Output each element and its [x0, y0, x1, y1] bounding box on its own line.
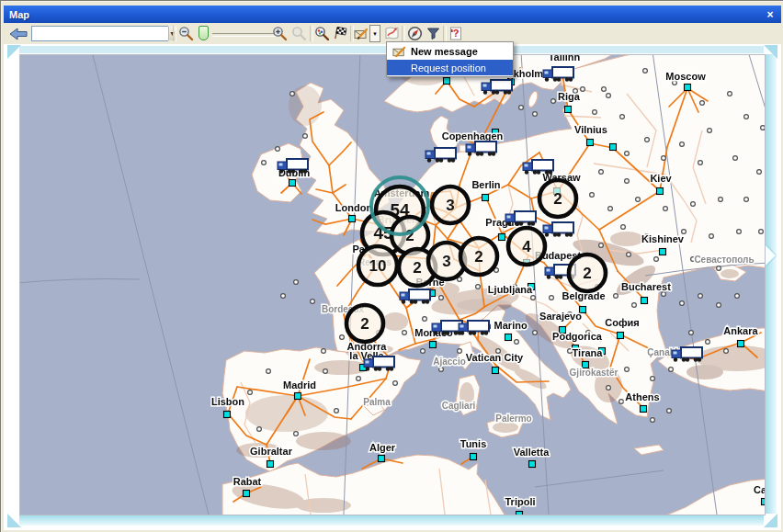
town-dot: [533, 331, 538, 335]
city-label: Tallinn: [549, 55, 581, 62]
city-marker: [762, 499, 766, 505]
town-dot: [257, 427, 262, 432]
close-button[interactable]: ×: [762, 7, 778, 21]
town-dot: [621, 225, 626, 230]
compass-button[interactable]: [405, 25, 424, 42]
cluster-marker[interactable]: 2: [346, 305, 383, 342]
city-marker: [379, 456, 385, 462]
cluster-marker[interactable]: 3: [432, 187, 469, 223]
cluster-marker[interactable]: 2: [460, 238, 497, 275]
city-marker: [493, 368, 499, 374]
city-marker: [610, 144, 617, 151]
city-marker: [482, 195, 489, 201]
zoom-in-button[interactable]: [270, 25, 289, 42]
town-dot: [717, 266, 721, 271]
city-marker: [289, 180, 296, 187]
city-marker: [430, 342, 437, 348]
town-dot: [294, 280, 299, 285]
town-dot: [724, 349, 729, 354]
cluster-count: 2: [583, 265, 591, 282]
filter-funnel-icon: [426, 26, 441, 41]
cluster-marker[interactable]: 2: [569, 255, 606, 291]
new-message-dropdown-button[interactable]: ▼: [369, 25, 380, 42]
zoom-selection-button[interactable]: [312, 25, 331, 42]
city-label: Ca: [754, 484, 765, 495]
town-dot: [689, 331, 694, 335]
goto-destination-button[interactable]: [331, 25, 349, 42]
title-bar: Map ×: [4, 6, 781, 23]
map-panel: MoscowTallinnRigaVilniusKievWarsawKishin…: [4, 44, 781, 530]
zoom-in-icon: [272, 26, 288, 41]
town-dot: [439, 296, 444, 300]
cluster-count: 2: [360, 315, 369, 333]
city-label: Cagliari: [442, 401, 476, 411]
town-dot: [625, 179, 630, 184]
zoom-selection-icon: [314, 26, 330, 41]
city-marker: [685, 85, 691, 91]
map-corner-pan-control[interactable]: [764, 514, 777, 527]
cluster-marker[interactable]: 2: [539, 180, 576, 217]
town-dot: [662, 292, 666, 297]
cluster-marker[interactable]: 4: [508, 228, 545, 265]
town-dot: [421, 349, 426, 354]
town-dot: [531, 296, 536, 300]
europe-map[interactable]: MoscowTallinnRigaVilniusKievWarsawKishin…: [20, 55, 765, 515]
map-viewport[interactable]: MoscowTallinnRigaVilniusKievWarsawKishin…: [19, 54, 766, 515]
menu-item-request-position[interactable]: Request position: [387, 60, 513, 75]
city-marker: [471, 454, 477, 460]
city-marker: [244, 491, 250, 497]
town-dot: [262, 161, 267, 165]
city-marker: [618, 333, 624, 339]
cluster-count: 2: [413, 259, 421, 277]
city-label: Rabat: [233, 476, 262, 487]
town-dot: [607, 386, 611, 391]
new-message-button[interactable]: [353, 25, 369, 42]
filter-button[interactable]: [424, 25, 442, 42]
map-corner-pan-control[interactable]: [7, 514, 21, 527]
route-button[interactable]: [382, 25, 401, 42]
city-marker: [657, 188, 664, 195]
town-dot: [311, 300, 315, 304]
zoom-out-button[interactable]: [176, 25, 195, 42]
town-dot: [614, 294, 618, 299]
address-combobox[interactable]: ▼: [31, 26, 168, 41]
map-edge-pan-strip-right: [765, 54, 777, 514]
town-dot: [643, 69, 648, 74]
town-dot: [664, 207, 668, 211]
checkered-flag-icon: [333, 26, 348, 41]
town-dot: [599, 170, 604, 175]
map-corner-pan-control[interactable]: [764, 45, 777, 59]
menu-item-new-message[interactable]: New message: [387, 43, 513, 60]
city-marker: [641, 406, 647, 413]
help-button[interactable]: ?: [447, 25, 465, 42]
town-dot: [662, 156, 666, 161]
town-dot: [667, 409, 672, 413]
back-button[interactable]: [7, 25, 29, 42]
combobox-input[interactable]: [32, 27, 168, 40]
zoom-slider-track[interactable]: [212, 33, 278, 37]
menu-item-label: Request position: [411, 62, 486, 74]
town-dot: [625, 152, 630, 156]
map-edge-pan-strip-bottom: [19, 515, 764, 526]
town-dot: [744, 198, 749, 202]
town-dot: [680, 301, 685, 306]
city-label: Tirana: [573, 347, 604, 358]
cluster-marker[interactable]: 10: [358, 246, 397, 285]
city-label: Kiev: [650, 173, 672, 184]
town-dot: [303, 134, 308, 139]
town-dot: [581, 87, 585, 92]
pan-right-arrow[interactable]: [766, 245, 776, 266]
town-dot: [550, 296, 554, 300]
cluster-count: 10: [369, 257, 387, 275]
zoom-slider-thumb[interactable]: [199, 26, 209, 40]
town-dot: [654, 257, 659, 262]
town-dot: [599, 243, 604, 248]
town-dot: [717, 303, 721, 308]
city-label: Ajaccio: [433, 357, 466, 367]
cluster-count: 4: [522, 238, 531, 255]
city-label: Madrid: [283, 379, 316, 391]
zoom-slider[interactable]: [197, 25, 281, 42]
town-dot: [708, 129, 712, 133]
town-dot: [439, 368, 444, 372]
town-dot: [533, 112, 538, 117]
